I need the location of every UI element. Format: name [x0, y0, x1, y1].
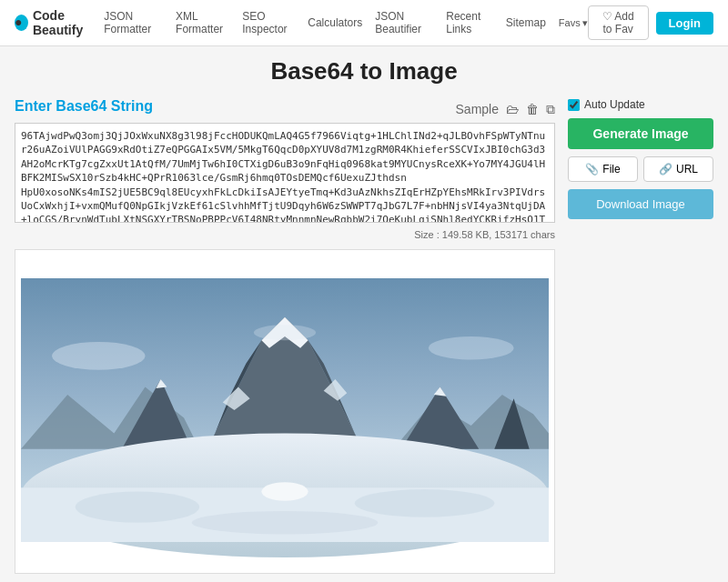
generate-image-button[interactable]: Generate Image — [568, 118, 713, 149]
file-label: File — [602, 163, 620, 176]
left-column: Enter Base64 String Sample 🗁 🗑 ⧉ Size : … — [15, 98, 555, 574]
nav: JSON Formatter XML Formatter SEO Inspect… — [104, 10, 588, 35]
auto-update-row: Auto Update — [568, 98, 713, 111]
svg-point-17 — [355, 489, 495, 517]
header-right: ♡ Add to Fav Login — [588, 5, 713, 40]
textarea-icons: Sample 🗁 🗑 ⧉ — [456, 102, 555, 117]
paperclip-icon: 📎 — [585, 163, 599, 176]
nav-json-formatter[interactable]: JSON Formatter — [104, 10, 163, 35]
size-info: Size : 149.58 KB, 153171 chars — [15, 229, 555, 240]
textarea-wrapper — [15, 123, 555, 226]
svg-point-21 — [429, 336, 514, 360]
svg-point-22 — [254, 325, 316, 340]
download-image-button-side[interactable]: Download Image — [568, 189, 713, 219]
add-to-fav-button[interactable]: ♡ Add to Fav — [588, 5, 649, 40]
sample-label[interactable]: Sample — [456, 102, 499, 116]
svg-point-16 — [76, 492, 199, 523]
right-column: Auto Update Generate Image 📎 File 🔗 URL … — [568, 98, 713, 219]
section-title: Enter Base64 String — [15, 98, 153, 115]
nav-calculators[interactable]: Calculators — [308, 16, 362, 29]
auto-update-checkbox[interactable] — [568, 99, 580, 111]
url-label: URL — [676, 163, 698, 176]
nav-sitemap[interactable]: Sitemap — [506, 16, 546, 29]
auto-update-label: Auto Update — [584, 98, 645, 111]
url-button[interactable]: 🔗 URL — [643, 156, 713, 182]
content-area: Enter Base64 String Sample 🗁 🗑 ⧉ Size : … — [15, 98, 713, 574]
svg-point-20 — [52, 342, 145, 370]
textarea-toolbar: Enter Base64 String Sample 🗁 🗑 ⧉ — [15, 98, 555, 120]
nav-xml-formatter[interactable]: XML Formatter — [176, 10, 229, 35]
header: ● Code Beautify JSON Formatter XML Forma… — [0, 0, 728, 46]
file-button[interactable]: 📎 File — [568, 156, 638, 182]
nav-favs[interactable]: Favs ▾ — [559, 17, 588, 29]
page-title: Base64 to Image — [15, 57, 713, 85]
copy-icon[interactable]: ⧉ — [546, 102, 555, 117]
svg-point-18 — [192, 511, 379, 535]
image-preview-container — [15, 249, 555, 574]
logo-text[interactable]: Code Beautify — [33, 8, 104, 37]
folder-icon[interactable]: 🗁 — [506, 102, 519, 116]
base64-input[interactable] — [15, 123, 555, 223]
file-url-row: 📎 File 🔗 URL — [568, 156, 713, 182]
svg-point-19 — [261, 482, 308, 500]
nav-seo-inspector[interactable]: SEO Inspector — [242, 10, 295, 35]
logo-icon: ● — [15, 15, 28, 31]
nav-json-beautifier[interactable]: JSON Beautifier — [375, 10, 433, 35]
logo: ● Code Beautify — [15, 8, 104, 37]
trash-icon[interactable]: 🗑 — [526, 102, 539, 116]
nav-recent-links[interactable]: Recent Links — [446, 10, 493, 35]
login-button[interactable]: Login — [656, 12, 713, 35]
mountain-image — [21, 256, 549, 565]
link-icon: 🔗 — [659, 163, 672, 176]
main-content: Base64 to Image Enter Base64 String Samp… — [0, 46, 728, 582]
